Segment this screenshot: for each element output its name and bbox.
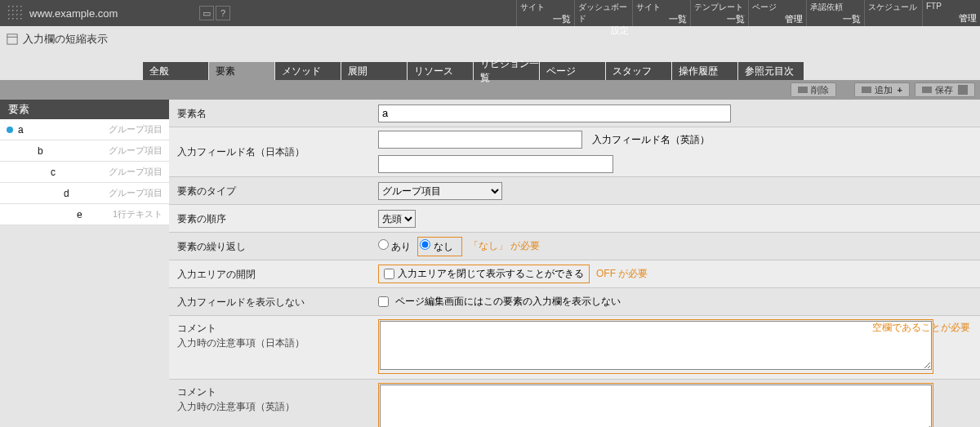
textarea-comment-ja[interactable] (380, 321, 932, 370)
label-comment-en: コメント 入力時の注意事項（英語） (169, 380, 370, 419)
tab-全般[interactable]: 全般 (143, 62, 208, 80)
repeat-no-highlight: なし (417, 237, 461, 256)
top-nav: サイト一覧ダッシュボード設定サイト一覧テンプレート一覧ページ管理承認依頼一覧スケ… (516, 0, 980, 26)
label-area-toggle: 入力エリアの開閉 (169, 262, 370, 287)
area-toggle-highlight: 入力エリアを閉じて表示することができる (378, 265, 590, 283)
topnav-item[interactable]: サイト一覧 (632, 0, 690, 26)
radio-repeat-no-label[interactable]: なし (420, 239, 452, 254)
topnav-item[interactable]: 承認依頼一覧 (806, 0, 864, 26)
label-comment-ja: コメント 入力時の注意事項（日本語） (169, 316, 370, 355)
radio-repeat-yes[interactable] (378, 239, 389, 250)
sidebar-header: 要素 (0, 100, 169, 119)
save-button[interactable]: 保存 (915, 82, 975, 97)
tab-リビジョン一覧[interactable]: リビジョン一覧 (474, 62, 539, 80)
topnav-item[interactable]: サイト一覧 (516, 0, 574, 26)
app-grid-icon (7, 4, 24, 22)
window-icon[interactable]: ▭ (199, 6, 214, 20)
top-bar: www.example.com ▭ ? サイト一覧ダッシュボード設定サイト一覧テ… (0, 0, 980, 26)
page-title-icon (7, 33, 18, 45)
add-button[interactable]: 追加 (854, 82, 910, 97)
form-panel: 要素名 入力フィールド名（日本語） 入力フィールド名（英語） 要素のタイプ グル… (169, 100, 980, 427)
input-field-name-en[interactable] (378, 155, 613, 173)
label-repeat: 要素の繰り返し (169, 234, 370, 259)
topnav-item[interactable]: ページ管理 (748, 0, 806, 26)
select-element-type[interactable]: グループ項目 (378, 182, 502, 200)
label-field-name-ja: 入力フィールド名（日本語） (169, 140, 370, 164)
label-element-name: 要素名 (169, 101, 370, 126)
tab-スタッフ[interactable]: スタッフ (606, 62, 671, 80)
radio-repeat-yes-label[interactable]: あり (378, 239, 411, 254)
topnav-item[interactable]: FTP管理 (922, 0, 980, 26)
sidebar-list: aグループ項目bグループ項目cグループ項目dグループ項目e1行テキスト (0, 119, 169, 225)
tab-展開[interactable]: 展開 (341, 62, 407, 80)
tab-参照元目次[interactable]: 参照元目次 (738, 62, 804, 80)
topnav-item[interactable]: ダッシュボード設定 (574, 0, 632, 26)
site-url: www.example.com (29, 7, 118, 20)
textarea-comment-en[interactable] (380, 385, 932, 427)
label-field-name-en: 入力フィールド名（英語） (592, 133, 739, 147)
tab-メソッド[interactable]: メソッド (275, 62, 341, 80)
checkbox-area-toggle[interactable] (384, 269, 394, 279)
topnav-item[interactable]: テンプレート一覧 (690, 0, 748, 26)
sidebar-item[interactable]: aグループ項目 (0, 119, 169, 140)
radio-repeat-no[interactable] (420, 239, 430, 250)
sidebar: 要素 aグループ項目bグループ項目cグループ項目dグループ項目e1行テキスト (0, 100, 169, 225)
checkbox-area-toggle-label: 入力エリアを閉じて表示することができる (398, 267, 584, 281)
page-title-row: 入力欄の短縮表示 (0, 26, 980, 52)
checkbox-hide-field[interactable] (378, 296, 389, 307)
label-element-type: 要素のタイプ (169, 179, 370, 203)
input-element-name[interactable] (378, 105, 731, 122)
input-field-name-ja[interactable] (378, 131, 582, 149)
help-icon[interactable]: ? (216, 6, 230, 20)
delete-button[interactable]: 削除 (791, 82, 836, 97)
label-element-order: 要素の順序 (169, 207, 370, 231)
sidebar-item[interactable]: cグループ項目 (0, 162, 169, 183)
tab-リソース[interactable]: リソース (408, 62, 473, 80)
tabs-row: 全般要素メソッド展開リソースリビジョン一覧ページスタッフ操作履歴参照元目次 (0, 52, 980, 80)
checkbox-hide-field-label: ページ編集画面にはこの要素の入力欄を表示しない (395, 295, 621, 309)
label-hide-field: 入力フィールドを表示しない (169, 290, 370, 314)
select-element-order[interactable]: 先頭 (378, 210, 416, 228)
area-toggle-note: OFF が必要 (596, 267, 648, 281)
topnav-item[interactable]: スケジュール (864, 0, 922, 26)
tab-操作履歴[interactable]: 操作履歴 (672, 62, 737, 80)
selection-dot-icon (7, 127, 13, 133)
page-title: 入力欄の短縮表示 (23, 32, 108, 47)
tab-要素[interactable]: 要素 (209, 62, 274, 80)
sidebar-item[interactable]: bグループ項目 (0, 140, 169, 162)
repeat-note: 「なし」 が必要 (469, 239, 540, 253)
svg-rect-0 (7, 34, 17, 44)
sidebar-item[interactable]: dグループ項目 (0, 183, 169, 204)
tab-ページ[interactable]: ページ (540, 62, 605, 80)
sidebar-item[interactable]: e1行テキスト (0, 204, 169, 225)
comment-ja-note: 空欄であることが必要 (872, 321, 970, 335)
